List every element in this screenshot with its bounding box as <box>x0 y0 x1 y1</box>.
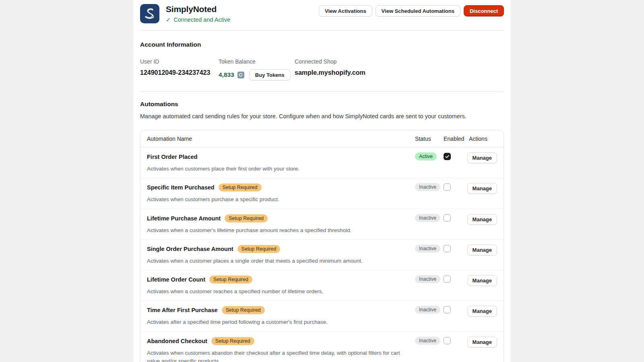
enabled-cell <box>444 245 469 252</box>
automations-heading: Automations <box>140 101 504 108</box>
buy-tokens-button[interactable]: Buy Tokens <box>249 69 291 80</box>
token-balance-label: Token Balance <box>219 58 295 65</box>
automation-row: Abandoned Checkout Setup Required Activa… <box>140 331 504 362</box>
automation-row: Lifetime Purchase Amount Setup Required … <box>140 209 504 239</box>
automation-name-cell: Specific Item Purchased Setup Required A… <box>147 183 415 204</box>
manage-button[interactable]: Manage <box>467 306 497 317</box>
automation-row: Specific Item Purchased Setup Required A… <box>140 178 504 208</box>
connection-status: ✓ Connected and Active <box>166 16 230 23</box>
automation-description: Activates when customers purchase a spec… <box>147 195 409 204</box>
automations-table-body: First Order Placed Activates when custom… <box>140 148 504 362</box>
checkmark-icon <box>445 154 450 159</box>
enabled-checkbox[interactable] <box>444 276 451 283</box>
automations-section: Automations Manage automated card sendin… <box>140 92 504 362</box>
setup-required-badge: Setup Required <box>222 306 265 314</box>
setup-required-badge: Setup Required <box>211 337 254 345</box>
account-information-section: Account Information User ID 1249012049-2… <box>140 31 504 92</box>
connected-shop-field: Connected Shop sample.myshopify.com <box>295 58 365 80</box>
refresh-token-balance-button[interactable] <box>237 72 244 78</box>
manage-button[interactable]: Manage <box>467 275 497 286</box>
automation-description: Activates when customers place their fir… <box>147 165 409 173</box>
enabled-cell <box>444 306 469 313</box>
automation-name: Time After First Purchase <box>147 307 218 313</box>
automations-description: Manage automated card sending rules for … <box>140 113 504 119</box>
table-header-row: Automation Name Status Enabled Actions <box>140 130 504 148</box>
enabled-cell <box>444 152 469 160</box>
manage-button[interactable]: Manage <box>467 245 497 255</box>
user-id-field: User ID 1249012049-234237423 <box>140 58 219 80</box>
manage-button[interactable]: Manage <box>467 183 497 194</box>
automation-row: Single Order Purchase Amount Setup Requi… <box>140 239 504 270</box>
actions-cell: Manage <box>469 275 497 286</box>
actions-cell: Manage <box>469 337 497 348</box>
account-information-heading: Account Information <box>140 41 504 48</box>
manage-button[interactable]: Manage <box>467 214 497 225</box>
setup-required-badge: Setup Required <box>219 183 262 191</box>
status-cell: Inactive <box>415 245 444 253</box>
token-balance-field: Token Balance 4,833 Buy Tokens <box>219 58 295 80</box>
automation-description: Activates when a customer reaches a spec… <box>147 288 409 296</box>
enabled-cell <box>444 183 469 191</box>
user-id-value: 1249012049-234237423 <box>140 69 219 76</box>
enabled-cell <box>444 214 469 222</box>
automation-description: Activates when customers abandon their c… <box>147 349 409 362</box>
enabled-cell <box>444 275 469 283</box>
enabled-checkbox[interactable] <box>444 306 451 313</box>
setup-required-badge: Setup Required <box>225 214 268 222</box>
enabled-checkbox[interactable] <box>444 153 451 160</box>
automation-name-cell: Abandoned Checkout Setup Required Activa… <box>147 337 415 362</box>
automation-name: Lifetime Purchase Amount <box>147 215 221 222</box>
status-cell: Inactive <box>415 183 444 191</box>
setup-required-badge: Setup Required <box>209 276 252 284</box>
token-balance-value: 4,833 <box>219 71 234 78</box>
enabled-checkbox[interactable] <box>444 245 451 252</box>
status-badge: Inactive <box>415 337 440 345</box>
status-badge: Inactive <box>415 306 440 314</box>
connection-status-label: Connected and Active <box>173 16 230 23</box>
automation-name: Abandoned Checkout <box>147 338 207 344</box>
automation-description: Activates when a customer places a singl… <box>147 257 409 265</box>
actions-cell: Manage <box>469 152 497 163</box>
column-actions: Actions <box>469 136 497 142</box>
column-status: Status <box>415 136 444 142</box>
page-title: SimplyNoted <box>166 4 230 14</box>
automation-name: First Order Placed <box>147 154 198 160</box>
enabled-checkbox[interactable] <box>444 214 451 222</box>
automation-name-cell: Lifetime Order Count Setup Required Acti… <box>147 275 415 296</box>
user-id-label: User ID <box>140 58 219 65</box>
status-cell: Active <box>415 152 444 160</box>
automation-row: Lifetime Order Count Setup Required Acti… <box>140 270 504 300</box>
actions-cell: Manage <box>469 214 497 225</box>
automation-description: Activates after a specified time period … <box>147 318 409 326</box>
connected-shop-value: sample.myshopify.com <box>295 69 365 76</box>
status-cell: Inactive <box>415 275 444 283</box>
app-header: SimplyNoted ✓ Connected and Active View … <box>140 0 504 31</box>
enabled-cell <box>444 337 469 344</box>
manage-button[interactable]: Manage <box>467 152 497 163</box>
column-automation-name: Automation Name <box>147 136 415 142</box>
status-badge: Inactive <box>415 275 440 283</box>
enabled-checkbox[interactable] <box>444 183 451 191</box>
status-badge: Inactive <box>415 183 440 191</box>
status-cell: Inactive <box>415 306 444 314</box>
simplynoted-logo-icon <box>140 4 159 23</box>
status-cell: Inactive <box>415 337 444 345</box>
enabled-checkbox[interactable] <box>444 337 451 344</box>
actions-cell: Manage <box>469 245 497 255</box>
view-scheduled-automations-button[interactable]: View Scheduled Automations <box>376 5 460 16</box>
status-badge: Inactive <box>415 245 440 253</box>
view-activations-button[interactable]: View Activations <box>319 5 372 16</box>
status-badge: Inactive <box>415 214 440 222</box>
automation-name-cell: Single Order Purchase Amount Setup Requi… <box>147 245 415 265</box>
manage-button[interactable]: Manage <box>467 337 497 348</box>
automation-name-cell: First Order Placed Activates when custom… <box>147 152 415 173</box>
automation-name-cell: Time After First Purchase Setup Required… <box>147 306 415 326</box>
actions-cell: Manage <box>469 183 497 194</box>
disconnect-button[interactable]: Disconnect <box>464 5 504 16</box>
setup-required-badge: Setup Required <box>237 245 281 253</box>
status-badge: Active <box>415 152 437 160</box>
status-cell: Inactive <box>415 214 444 222</box>
automation-description: Activates when a customer's lifetime pur… <box>147 226 409 234</box>
connected-shop-label: Connected Shop <box>295 58 365 65</box>
automation-name: Lifetime Order Count <box>147 276 205 283</box>
